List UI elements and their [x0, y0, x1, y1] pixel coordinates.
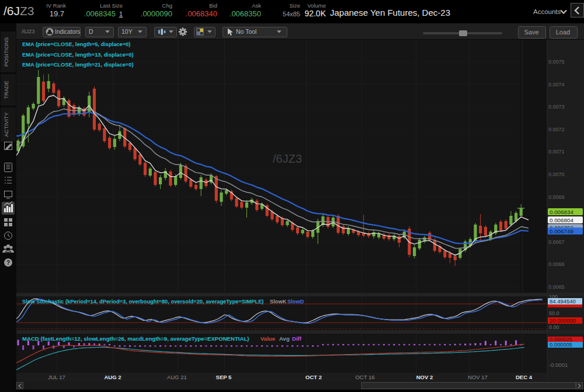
svg-text:0.0067: 0.0067	[548, 239, 565, 245]
svg-text:19.7: 19.7	[50, 9, 64, 18]
svg-text:.0068345: .0068345	[84, 9, 116, 18]
svg-text:0.0071: 0.0071	[548, 149, 565, 155]
svg-text:84.494540: 84.494540	[550, 298, 576, 304]
svg-text:DEC 4: DEC 4	[516, 374, 533, 380]
svg-text:Slow Stochastic (kPeriod=14, d: Slow Stochastic (kPeriod=14, dPeriod=3, …	[22, 299, 263, 304]
svg-text:10Y: 10Y	[121, 28, 133, 35]
svg-text:NOV 2: NOV 2	[416, 374, 433, 380]
svg-text:20.000000: 20.000000	[550, 317, 576, 324]
svg-text:SlowD: SlowD	[287, 299, 304, 304]
svg-text:0.0065: 0.0065	[548, 284, 565, 290]
svg-text:Chg: Chg	[162, 2, 172, 9]
svg-text:0.006834: 0.006834	[550, 209, 573, 215]
svg-text:Diff: Diff	[292, 335, 302, 342]
svg-text:TRADE: TRADE	[4, 80, 9, 99]
svg-text:0.006804: 0.006804	[550, 217, 573, 223]
svg-text:0.000005: 0.000005	[550, 342, 572, 348]
svg-text:OCT 16: OCT 16	[355, 374, 374, 380]
svg-text:0.006749: 0.006749	[550, 228, 573, 235]
svg-text:0.00: 0.00	[549, 324, 559, 330]
svg-text:/6JZ3: /6JZ3	[273, 152, 302, 165]
svg-text:Save: Save	[524, 29, 538, 36]
svg-text:0.0073: 0.0073	[548, 104, 565, 110]
svg-text:NOV 17: NOV 17	[468, 374, 488, 380]
svg-text:EMA (price=CLOSE, length=5, di: EMA (price=CLOSE, length=5, displace=0)	[22, 41, 130, 47]
svg-text:Last Size: Last Size	[100, 2, 123, 9]
svg-text:1: 1	[119, 10, 123, 18]
svg-text:Load: Load	[556, 29, 570, 36]
svg-text:JUL 17: JUL 17	[48, 374, 65, 380]
svg-text:EMA (price=CLOSE, length=13, d: EMA (price=CLOSE, length=13, displace=0)	[22, 52, 134, 58]
svg-text:Ask: Ask	[252, 2, 261, 9]
svg-text:Avg: Avg	[279, 335, 290, 342]
svg-text:50.0: 50.0	[549, 310, 559, 316]
svg-text:SEP 5: SEP 5	[216, 374, 232, 380]
svg-text:.0000090: .0000090	[141, 9, 172, 18]
svg-text:POSITIONS: POSITIONS	[4, 37, 9, 67]
svg-text:Accounts: Accounts	[533, 8, 561, 15]
svg-text:AUG 21: AUG 21	[167, 374, 187, 380]
svg-text:IV Rank: IV Rank	[46, 2, 66, 9]
svg-text:Value: Value	[260, 335, 275, 342]
svg-text:No Tool: No Tool	[236, 28, 256, 35]
svg-text:ACTIVITY: ACTIVITY	[4, 113, 9, 137]
svg-text:0.0072: 0.0072	[548, 127, 565, 132]
svg-text:.0068340: .0068340	[186, 9, 217, 18]
svg-text:54x85: 54x85	[283, 10, 300, 18]
svg-text:Bid: Bid	[209, 2, 217, 9]
svg-text:Size: Size	[290, 2, 300, 9]
svg-text:?: ?	[6, 260, 10, 266]
svg-text:AUG 2: AUG 2	[104, 374, 121, 380]
svg-text:Volume: Volume	[307, 2, 326, 9]
svg-text:0.0069: 0.0069	[548, 194, 565, 200]
svg-text:/6JZ3: /6JZ3	[22, 29, 35, 34]
svg-text:Japanese Yen Futures, Dec-23: Japanese Yen Futures, Dec-23	[330, 8, 450, 18]
svg-text:.0068350: .0068350	[230, 9, 261, 18]
svg-text:Indicators: Indicators	[55, 29, 80, 35]
svg-text:SlowK: SlowK	[270, 299, 287, 304]
svg-text:0.0070: 0.0070	[548, 172, 565, 177]
svg-text:-0.0001: -0.0001	[549, 362, 568, 368]
svg-text:OCT 2: OCT 2	[305, 374, 322, 380]
svg-text:0.0074: 0.0074	[548, 82, 565, 88]
svg-text:0.0075: 0.0075	[548, 59, 565, 65]
svg-text:/6JZ3: /6JZ3	[4, 4, 34, 18]
svg-text:0.0066: 0.0066	[548, 261, 565, 267]
svg-text:92.0K: 92.0K	[304, 9, 326, 18]
svg-text:EMA (price=CLOSE, length=21, d: EMA (price=CLOSE, length=21, displace=0)	[22, 62, 134, 68]
svg-text:MACD (fastLength=12, slowLengt: MACD (fastLength=12, slowLength=26, macd…	[22, 335, 249, 342]
svg-text:D: D	[89, 28, 93, 35]
